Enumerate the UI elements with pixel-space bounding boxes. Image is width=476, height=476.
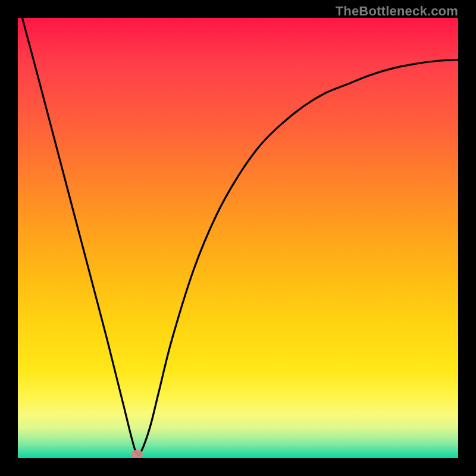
plot-area (18, 18, 458, 458)
watermark-text: TheBottleneck.com (336, 4, 458, 19)
bottleneck-curve (22, 18, 458, 455)
minimum-marker (131, 450, 143, 458)
chart-container: TheBottleneck.com (0, 0, 476, 476)
curve-svg (18, 18, 458, 458)
